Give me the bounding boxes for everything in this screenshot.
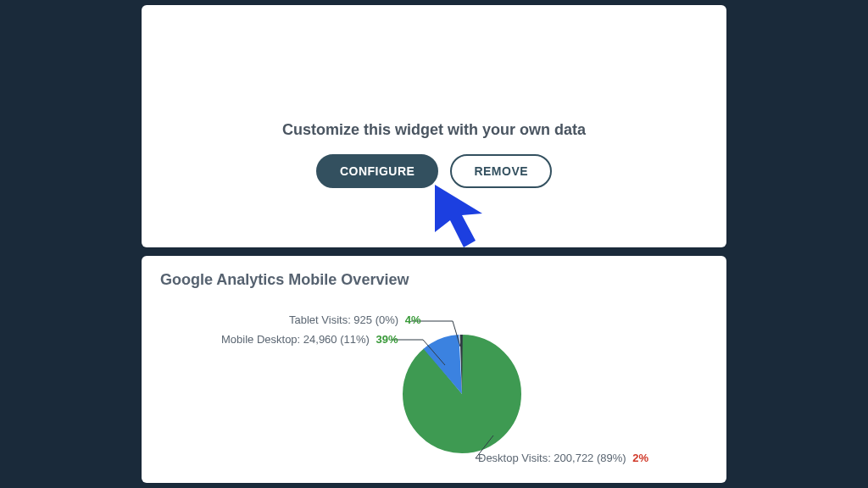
label-mobile: Mobile Desktop: 24,960 (11%) 39% [221,333,398,346]
label-desktop-pct: 2% [632,452,648,464]
label-desktop-text: Desktop Visits: 200,722 (89%) [478,452,626,464]
button-row: CONFIGURE REMOVE [316,154,552,188]
analytics-title: Google Analytics Mobile Overview [160,271,708,289]
customize-message: Customize this widget with your own data [282,121,586,139]
cursor-icon [430,180,506,256]
label-mobile-pct: 39% [376,333,398,346]
remove-button[interactable]: REMOVE [450,154,552,188]
label-tablet-text: Tablet Visits: 925 (0%) [289,313,398,326]
label-desktop: Desktop Visits: 200,722 (89%) 2% [478,452,648,464]
label-tablet-pct: 4% [405,313,421,326]
configure-button[interactable]: CONFIGURE [316,154,439,188]
svg-marker-0 [435,185,482,247]
analytics-overview-card: Google Analytics Mobile Overview [142,256,726,483]
label-mobile-text: Mobile Desktop: 24,960 (11%) [221,333,370,346]
pie-chart: Tablet Visits: 925 (0%) 4% Mobile Deskto… [160,289,708,475]
label-tablet: Tablet Visits: 925 (0%) 4% [289,313,421,326]
customize-widget-card: Customize this widget with your own data… [142,5,726,247]
widget-stage: Customize this widget with your own data… [142,0,726,488]
